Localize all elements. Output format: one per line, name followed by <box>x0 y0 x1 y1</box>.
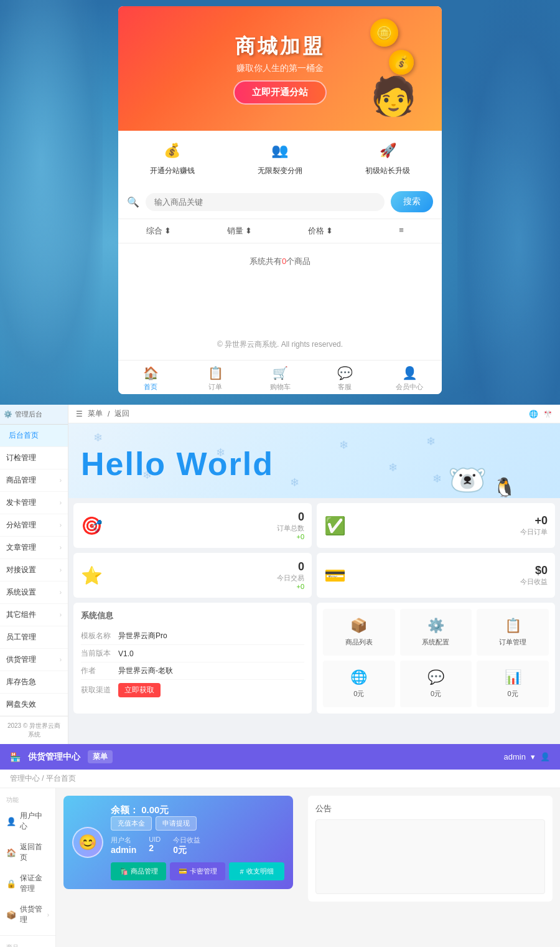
quick-link-4[interactable]: 🌐 0元 <box>323 661 395 707</box>
sort-price[interactable]: 价格 ⬍ <box>280 225 361 237</box>
feature-split[interactable]: 👥 无限裂变分佣 <box>226 139 334 176</box>
sidebar-item-subsite[interactable]: 分站管理 › <box>0 514 68 537</box>
snowflake-1: ❄ <box>93 431 103 445</box>
sidebar-item-home[interactable]: 后台首页 <box>0 425 68 447</box>
supply-nav-user-label: 用户中心 <box>20 811 49 832</box>
stat-card-orders: 🎯 0 订单总数 +0 <box>73 503 312 548</box>
header-menu-label[interactable]: 菜单 <box>88 408 103 419</box>
spacer <box>118 280 442 329</box>
nav-service[interactable]: 💬 客服 <box>312 365 377 392</box>
sidebar-item-inventory[interactable]: 库存告急 <box>0 671 68 694</box>
admin-header: ☰ 菜单 / 返回 🌐 🎌 <box>68 405 560 423</box>
feature-earn[interactable]: 💰 开通分站赚钱 <box>118 139 226 176</box>
supply-user-name: admin <box>504 752 526 761</box>
orders-total-label: 订单总数 <box>277 524 304 533</box>
orders-stat-icon: 🎯 <box>81 516 103 536</box>
orders-stat-info: 0 订单总数 +0 <box>277 511 304 540</box>
withdraw-button[interactable]: 申请提现 <box>156 816 197 831</box>
sidebar-item-article[interactable]: 文章管理 › <box>0 537 68 559</box>
chevron-right-icon-6: › <box>60 589 62 596</box>
sort-comprehensive[interactable]: 综合 ⬍ <box>118 225 199 237</box>
cart-icon: 🛒 <box>273 365 288 380</box>
service-icon: 💬 <box>337 365 353 380</box>
notice-title: 公告 <box>315 803 545 814</box>
supply-sidebar-section-func: 功能 👤 用户中心 🏠 返回首页 🔒 保证金管理 📦 供货管理 › <box>0 788 55 936</box>
notice-content <box>315 819 545 894</box>
supply-content-row: 😊 余额： 0.00元 充值本金 申请提现 <box>63 796 553 902</box>
banner-button[interactable]: 立即开通分站 <box>233 80 327 105</box>
quick-sysconfg[interactable]: ⚙️ 系统配置 <box>400 609 472 656</box>
member-icon: 👤 <box>402 365 418 380</box>
supply-header-left: 🏪 供货管理中心 菜单 <box>10 750 113 763</box>
order-mgmt-icon: 📋 <box>505 618 521 634</box>
polar-bear-icon: 🐻‍❄️ <box>448 462 487 498</box>
nav-home[interactable]: 🏠 首页 <box>118 365 183 392</box>
sort-list-icon[interactable]: ≡ <box>361 225 442 237</box>
admin-section: ⚙️ 管理后台 后台首页 订检管理 商品管理 › 发卡管理 › 分站管理 › 文… <box>0 405 560 744</box>
sidebar-item-supply[interactable]: 供货管理 › <box>0 649 68 671</box>
sidebar-item-goods[interactable]: 商品管理 › <box>0 469 68 492</box>
balance-value: 0.00元 <box>141 804 169 815</box>
sys-row-2: 作者 异世界云商-老耿 <box>81 662 304 680</box>
goods-mgmt-button[interactable]: 🛍️ 商品管理 <box>111 862 166 880</box>
feature-upgrade[interactable]: 🚀 初级站长升级 <box>334 139 442 176</box>
sidebar-item-orders[interactable]: 订检管理 <box>0 447 68 469</box>
quick-goods[interactable]: 📦 商品列表 <box>323 609 395 656</box>
penguin-icon: 🐧 <box>493 476 516 498</box>
card-mgmt-button[interactable]: 💳 卡密管理 <box>170 862 225 880</box>
banner-title: 商城加盟 <box>233 33 327 60</box>
quick-link-6[interactable]: 📊 0元 <box>477 661 549 707</box>
banner: 商城加盟 赚取你人生的第一桶金 立即开通分站 🪙 💰 🧑 <box>118 6 442 131</box>
search-input[interactable] <box>146 193 385 211</box>
sidebar-item-card[interactable]: 发卡管理 › <box>0 492 68 514</box>
snowflake-6: ❄ <box>388 461 398 474</box>
quick-order-mgmt[interactable]: 📋 订单管理 <box>477 609 549 656</box>
recharge-button[interactable]: 充值本金 <box>111 816 152 831</box>
sidebar-goods-label: 商品管理 <box>6 475 36 486</box>
card-btn-icon: 💳 <box>179 867 187 875</box>
today-trade-value: 0 <box>277 560 304 573</box>
supply-nav-supply-label: 供货管理 <box>20 904 44 925</box>
supply-nav-guarantee[interactable]: 🔒 保证金管理 <box>0 868 55 899</box>
sidebar-item-connect[interactable]: 对接设置 › <box>0 559 68 582</box>
sidebar-item-syssettings[interactable]: 系统设置 › <box>0 582 68 604</box>
quick-link-5[interactable]: 💬 0元 <box>400 661 472 707</box>
user-info: 余额： 0.00元 充值本金 申请提现 用户名 admin <box>111 804 284 880</box>
stat-card-today-income: 💳 $0 今日收益 <box>317 553 555 598</box>
sidebar-syssettings-label: 系统设置 <box>6 587 36 598</box>
supply-section-goods-label: 商品 <box>0 941 55 947</box>
chart-icon: 📊 <box>505 669 521 686</box>
access-button[interactable]: 立即获取 <box>118 683 161 697</box>
nav-orders[interactable]: 📋 订单 <box>183 365 248 392</box>
supply-nav-user[interactable]: 👤 用户中心 <box>0 806 55 837</box>
sys-row-1: 当前版本 V1.0 <box>81 645 304 662</box>
sidebar-item-disk[interactable]: 网盘失效 <box>0 694 68 716</box>
supply-sidebar: 功能 👤 用户中心 🏠 返回首页 🔒 保证金管理 📦 供货管理 › <box>0 788 56 947</box>
sidebar-item-staff[interactable]: 员工管理 <box>0 626 68 649</box>
sidebar-footer: 2023 © 异世界云商系统 <box>0 716 68 744</box>
header-right: 🌐 🎌 <box>529 410 553 418</box>
search-button[interactable]: 搜索 <box>391 191 433 212</box>
supply-nav-supply-mgmt[interactable]: 📦 供货管理 › <box>0 899 55 930</box>
today-income-icon: 💳 <box>324 565 346 586</box>
supply-nav-home[interactable]: 🏠 返回首页 <box>0 837 55 868</box>
quick-link-4-label: 0元 <box>353 689 364 699</box>
payment-detail-button[interactable]: # 收支明细 <box>229 862 284 880</box>
empty-state: 系统共有0个商品 <box>118 243 442 280</box>
goods-btn-icon: 🛍️ <box>119 867 128 875</box>
header-back-label[interactable]: 返回 <box>114 408 129 419</box>
nav-member[interactable]: 👤 会员中心 <box>377 365 442 392</box>
quick-sysconfig-label: 系统配置 <box>422 638 449 647</box>
chevron-right-icon: › <box>60 477 62 484</box>
today-trade-label: 今日交易 <box>277 573 304 583</box>
nav-cart[interactable]: 🛒 购物车 <box>248 365 312 392</box>
sidebar-item-plugins[interactable]: 其它组件 › <box>0 604 68 626</box>
admin-sidebar: ⚙️ 管理后台 后台首页 订检管理 商品管理 › 发卡管理 › 分站管理 › 文… <box>0 405 68 744</box>
today-trade-delta: +0 <box>277 583 304 590</box>
supply-nav-item[interactable]: 菜单 <box>88 750 113 763</box>
sort-sales[interactable]: 销量 ⬍ <box>199 225 280 237</box>
user-card: 😊 余额： 0.00元 充值本金 申请提现 <box>63 796 293 889</box>
today-income-val: 0元 <box>173 845 200 856</box>
sys-config-icon: ⚙️ <box>427 618 444 634</box>
supply-header: 🏪 供货管理中心 菜单 admin ▾ 👤 <box>0 744 560 770</box>
